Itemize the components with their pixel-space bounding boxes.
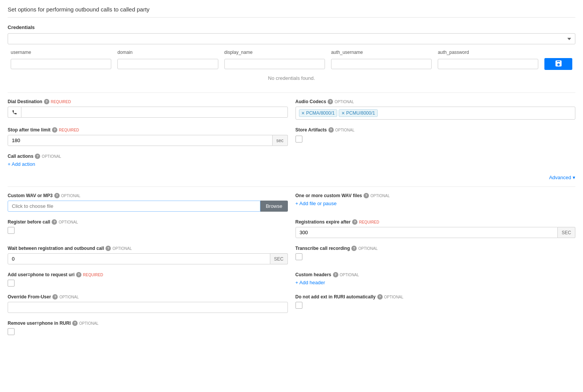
do-not-add-ext-badge: OPTIONAL xyxy=(384,295,404,299)
stop-after-field: Stop after time limit ? REQUIRED sec xyxy=(8,127,288,146)
credentials-section: Credentials username domain display_name… xyxy=(8,24,575,85)
credentials-dropdown[interactable] xyxy=(8,33,575,44)
override-from-user-help-icon[interactable]: ? xyxy=(52,294,58,300)
add-user-phone-checkbox[interactable] xyxy=(8,280,15,287)
wait-between-help-icon[interactable]: ? xyxy=(106,246,111,251)
remove-user-phone-checkbox-wrapper xyxy=(8,328,288,335)
custom-wav-input[interactable] xyxy=(8,201,260,212)
transcribe-checkbox-wrapper xyxy=(296,253,576,260)
browse-button[interactable]: Browse xyxy=(260,201,287,212)
override-donotadd-row: Override From-User ? OPTIONAL Do not add… xyxy=(8,294,575,313)
wait-between-input-group: SEC xyxy=(8,253,288,264)
call-actions-help-icon[interactable]: ? xyxy=(35,154,40,159)
remove-pcma-icon[interactable]: × xyxy=(302,110,305,116)
store-artifacts-badge: OPTIONAL xyxy=(335,128,355,132)
remove-user-phone-help-icon[interactable]: ? xyxy=(72,321,78,326)
transcribe-label: Transcribe call recording xyxy=(296,246,350,251)
wait-between-unit: SEC xyxy=(270,253,288,264)
dial-destination-input-group xyxy=(8,107,288,118)
custom-wav-input-group: Browse xyxy=(8,201,288,212)
wav-row: Custom WAV or MP3 ? OPTIONAL Browse One … xyxy=(8,193,575,212)
do-not-add-ext-checkbox[interactable] xyxy=(296,302,302,309)
do-not-add-ext-field: Do not add ext in RURI automatically ? O… xyxy=(296,294,576,313)
audio-codecs-help-icon[interactable]: ? xyxy=(328,99,333,104)
registrations-expire-input[interactable] xyxy=(296,227,558,238)
custom-headers-field: Custom headers ? OPTIONAL + Add header xyxy=(296,272,576,287)
call-actions-section: Call actions ? OPTIONAL + Add action xyxy=(8,154,575,167)
col-auth-username: auth_username xyxy=(328,48,435,57)
auth-username-input[interactable] xyxy=(331,59,432,69)
one-or-more-wav-badge: OPTIONAL xyxy=(370,194,390,198)
registrations-expire-unit: SEC xyxy=(558,227,575,238)
custom-wav-label: Custom WAV or MP3 xyxy=(8,193,53,198)
tag-pcmu: × PCMU/8000/1 xyxy=(339,109,378,117)
user-phone-headers-row: Add user=phone to request uri ? REQUIRED… xyxy=(8,272,575,287)
auth-password-input[interactable] xyxy=(438,59,538,69)
register-before-call-field: Register before call ? OPTIONAL xyxy=(8,219,288,238)
dial-destination-field: Dial Destination ? REQUIRED xyxy=(8,99,288,120)
remove-user-phone-checkbox[interactable] xyxy=(8,328,15,335)
register-before-call-checkbox[interactable] xyxy=(8,227,15,234)
transcribe-checkbox[interactable] xyxy=(296,253,302,260)
audio-codecs-field: Audio Codecs ? OPTIONAL × PCMA/8000/1 × … xyxy=(296,99,576,120)
dial-destination-help-icon[interactable]: ? xyxy=(44,99,49,104)
do-not-add-ext-help-icon[interactable]: ? xyxy=(377,294,383,300)
audio-codecs-input[interactable]: × PCMA/8000/1 × PCMU/8000/1 xyxy=(296,107,576,120)
stop-store-row: Stop after time limit ? REQUIRED sec Sto… xyxy=(8,127,575,146)
credentials-label: Credentials xyxy=(8,24,575,30)
transcribe-field: Transcribe call recording ? OPTIONAL xyxy=(296,246,576,264)
advanced-toggle-button[interactable]: Advanced ▾ xyxy=(549,175,575,180)
stop-after-badge: REQUIRED xyxy=(59,128,79,132)
audio-codecs-badge: OPTIONAL xyxy=(335,100,354,104)
override-from-user-input[interactable] xyxy=(8,302,288,313)
one-or-more-wav-help-icon[interactable]: ? xyxy=(364,193,369,198)
add-header-button[interactable]: + Add header xyxy=(296,280,325,285)
save-credentials-button[interactable] xyxy=(544,58,572,70)
custom-wav-help-icon[interactable]: ? xyxy=(54,193,60,198)
override-from-user-badge: OPTIONAL xyxy=(59,295,79,299)
stop-after-input[interactable] xyxy=(8,135,273,146)
domain-input[interactable] xyxy=(117,59,218,69)
wait-transcribe-row: Wait between registration and outbound c… xyxy=(8,246,575,264)
wait-between-badge: OPTIONAL xyxy=(112,246,132,251)
add-action-button[interactable]: + Add action xyxy=(8,161,35,167)
do-not-add-ext-label: Do not add ext in RURI automatically xyxy=(296,294,376,300)
remove-pcmu-icon[interactable]: × xyxy=(341,110,344,116)
wait-between-input[interactable] xyxy=(8,253,270,264)
call-actions-label: Call actions xyxy=(8,154,33,159)
add-user-phone-badge: REQUIRED xyxy=(83,273,103,277)
dial-destination-badge: REQUIRED xyxy=(51,100,71,104)
transcribe-badge: OPTIONAL xyxy=(358,246,378,251)
add-user-phone-help-icon[interactable]: ? xyxy=(76,272,81,277)
dial-audio-row: Dial Destination ? REQUIRED Audio Codecs… xyxy=(8,99,575,120)
transcribe-help-icon[interactable]: ? xyxy=(351,246,357,251)
custom-headers-label: Custom headers xyxy=(296,272,331,277)
add-file-button[interactable]: + Add file or pause xyxy=(296,201,337,206)
dial-destination-input[interactable] xyxy=(21,107,288,118)
custom-wav-field: Custom WAV or MP3 ? OPTIONAL Browse xyxy=(8,193,288,212)
advanced-toggle-wrapper: Advanced ▾ xyxy=(8,175,575,180)
add-user-phone-checkbox-wrapper xyxy=(8,280,288,287)
register-before-call-badge: OPTIONAL xyxy=(58,220,78,224)
registrations-expire-badge: REQUIRED xyxy=(359,220,379,224)
store-artifacts-help-icon[interactable]: ? xyxy=(328,127,334,133)
tag-pcma: × PCMA/8000/1 xyxy=(299,109,338,117)
username-input[interactable] xyxy=(11,59,111,69)
stop-after-input-group: sec xyxy=(8,135,288,146)
wait-between-field: Wait between registration and outbound c… xyxy=(8,246,288,264)
stop-after-help-icon[interactable]: ? xyxy=(52,127,57,133)
register-before-call-label: Register before call xyxy=(8,219,50,225)
custom-wav-badge: OPTIONAL xyxy=(61,194,81,198)
add-user-phone-label: Add user=phone to request uri xyxy=(8,272,75,277)
override-from-user-field: Override From-User ? OPTIONAL xyxy=(8,294,288,313)
register-before-call-help-icon[interactable]: ? xyxy=(52,219,57,225)
col-display-name: display_name xyxy=(221,48,328,57)
store-artifacts-checkbox[interactable] xyxy=(296,136,302,143)
phone-icon-button[interactable] xyxy=(8,107,21,118)
page-title: Set options for performing outbound call… xyxy=(8,6,575,18)
custom-headers-help-icon[interactable]: ? xyxy=(333,272,338,277)
call-actions-badge: OPTIONAL xyxy=(42,154,61,159)
registrations-expire-help-icon[interactable]: ? xyxy=(352,219,357,225)
one-or-more-wav-label: One or more custom WAV files xyxy=(296,193,362,198)
display-name-input[interactable] xyxy=(224,59,325,69)
